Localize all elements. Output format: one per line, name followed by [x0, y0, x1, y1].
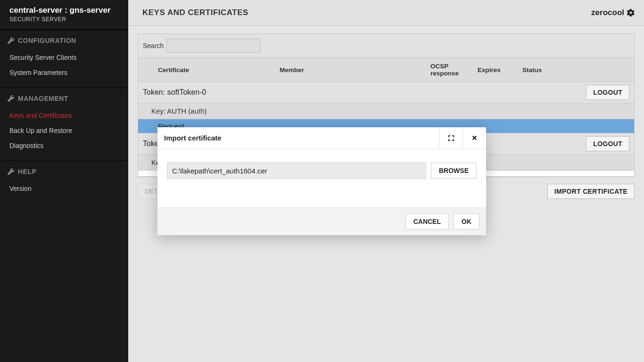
dialog-body: BROWSE	[157, 149, 486, 207]
search-row: Search	[138, 34, 634, 58]
user-menu[interactable]: zerocool	[591, 8, 635, 17]
token-label: Token: softToken-0	[143, 88, 206, 97]
nav-item-backup-restore[interactable]: Back Up and Restore	[0, 123, 128, 138]
dialog-maximize-button[interactable]	[439, 127, 462, 148]
ok-button[interactable]: OK	[454, 214, 479, 230]
dialog-footer: CANCEL OK	[157, 207, 486, 235]
expand-icon	[448, 135, 454, 141]
col-member: Member	[280, 66, 430, 74]
col-status: Status	[522, 66, 634, 74]
nav-heading-management: MANAGEMENT	[0, 88, 128, 108]
wrench-icon	[8, 37, 14, 44]
browse-button[interactable]: BROWSE	[431, 163, 477, 179]
wrench-icon	[8, 95, 14, 102]
table-header: Certificate Member OCSP response Expires…	[138, 58, 634, 82]
dialog-title: Import certificate	[157, 127, 439, 148]
wrench-icon	[8, 168, 14, 175]
file-path-input[interactable]	[167, 162, 426, 179]
nav-item-clients[interactable]: Security Server Clients	[0, 50, 128, 65]
search-label: Search	[143, 42, 164, 49]
logout-button[interactable]: LOGOUT	[586, 85, 629, 100]
sidebar: central-server : gns-server SECURITY SER…	[0, 0, 128, 362]
key-row[interactable]: Key: AUTH (auth)	[138, 103, 634, 119]
nav-heading-management-label: MANAGEMENT	[18, 95, 68, 102]
nav-heading-configuration-label: CONFIGURATION	[18, 37, 76, 44]
nav-heading-help-label: HELP	[18, 168, 36, 175]
nav-item-diagnostics[interactable]: Diagnostics	[0, 138, 128, 153]
import-certificate-button[interactable]: IMPORT CERTIFICATE	[547, 184, 635, 199]
logout-button[interactable]: LOGOUT	[586, 136, 629, 151]
close-icon	[471, 135, 478, 141]
nav-item-version[interactable]: Version	[0, 181, 128, 196]
col-expires: Expires	[478, 66, 522, 74]
server-title: central-server : gns-server	[9, 6, 119, 15]
col-certificate: Certificate	[138, 66, 280, 74]
nav-heading-configuration: CONFIGURATION	[0, 30, 128, 50]
nav-heading-help: HELP	[0, 161, 128, 181]
server-subtitle: SECURITY SERVER	[9, 16, 119, 23]
cancel-button[interactable]: CANCEL	[405, 214, 449, 230]
gear-icon	[627, 9, 635, 16]
username-label: zerocool	[591, 8, 624, 17]
import-certificate-dialog: Import certificate BROWSE CANCEL OK	[157, 127, 486, 235]
nav-item-keys-certificates[interactable]: Keys and Certificates	[0, 108, 128, 123]
search-input[interactable]	[166, 39, 261, 53]
token-row[interactable]: Token: softToken-0 LOGOUT	[138, 82, 634, 103]
dialog-header: Import certificate	[157, 127, 486, 149]
col-ocsp: OCSP response	[430, 63, 478, 77]
topbar: KEYS AND CERTIFICATES zerocool	[128, 0, 644, 26]
sidebar-header: central-server : gns-server SECURITY SER…	[0, 0, 128, 30]
nav-item-system-parameters[interactable]: System Parameters	[0, 65, 128, 80]
dialog-close-button[interactable]	[462, 127, 486, 148]
page-title: KEYS AND CERTIFICATES	[142, 8, 248, 17]
